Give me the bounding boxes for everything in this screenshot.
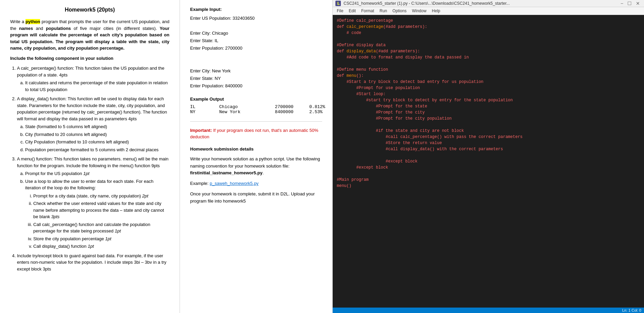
code-line-11: #Start a try block to detect bad entry f… [337,79,640,85]
input-line-2: Enter City: Chicago [190,30,322,37]
code-line-26 [337,171,640,177]
code-line-13: #Start loop: [337,91,640,97]
section-header: Include the following component in your … [10,55,169,62]
code-line-28: menu() [337,183,640,189]
code-line-8 [337,60,640,67]
req-1: A calc_percentage() function: This funct… [17,65,169,93]
code-line-18 [337,122,640,128]
code-line-25: #except block [337,164,640,171]
important-notice: Important: If your program does not run,… [190,127,322,140]
menu-help[interactable]: Help [429,8,443,14]
ide-titlebar: 🐍 CSC241_homework5_starter (1).py - C:\U… [333,0,644,7]
menu-window[interactable]: Window [409,8,429,14]
menu-run[interactable]: Run [377,8,390,14]
close-button[interactable]: ✕ [634,1,641,6]
code-line-19: #if the state and city are not block [337,128,640,134]
submission-p1: Write your homework solution as a python… [190,156,322,177]
req-3: A menu() function: This function takes n… [17,156,169,250]
code-line-1: #Define calc_percentage [337,18,640,24]
code-line-23 [337,152,640,158]
req-3a: Prompt for the US population 1pt [25,170,169,177]
code-line-14: #start try block to detect by entry for … [337,97,640,103]
req-2a: State (formatted to 5 columns left align… [25,123,169,130]
menu-file[interactable]: File [334,8,346,14]
cursor-position: Ln: 1 Col: 0 [622,308,641,312]
main-requirements-list: A calc_percentage() function: This funct… [10,65,169,272]
example-input-label: Example Input: [190,7,322,12]
req-3bv: Call display_data() function 1pt [33,243,169,250]
ide-window-controls[interactable]: − ☐ ✕ [619,1,641,6]
submission-title: Homework submission details [190,146,322,153]
code-line-7: #Add code to format and display the data… [337,54,640,60]
req-1a: It calculates and returns the percentage… [25,80,169,93]
req-3b-sub: Prompt for a city data (state, city name… [25,193,169,250]
input-line-7: Enter Population: 8400000 [190,82,322,90]
req-2c: City Population (formatted to 10 columns… [25,139,169,145]
req-2b: City (formatted to 20 columns left align… [25,131,169,138]
code-line-27: #Main program [337,177,640,183]
req-3biv: Store the city population percentage 1pt [33,236,169,242]
menu-edit[interactable]: Edit [346,8,358,14]
code-line-4 [337,36,640,42]
input-line-1: Enter US Population: 332403650 [190,15,322,22]
req-1-sub: It calculates and returns the percentage… [17,80,169,93]
ide-title: CSC241_homework5_starter (1).py - C:\Use… [344,1,617,6]
python-highlight: python [25,19,40,24]
input-line-5: Enter City: New York [190,67,322,75]
code-line-21: #Store the return value [337,140,640,146]
ide-app-icon: 🐍 [335,1,341,6]
menu-format[interactable]: Format [358,8,377,14]
example-output-label: Example Output [190,97,322,102]
req-3bii: Check whether the user entered valid val… [33,200,169,220]
maximize-button[interactable]: ☐ [626,1,633,6]
output-table: IL Chicago 2700000 0.812% NY New York 84… [190,104,322,115]
input-line-4: Enter Population: 2700000 [190,45,322,52]
code-line-16: #Prompt for the city [337,109,640,116]
code-line-22: #call display_data() with the correct pa… [337,146,640,152]
code-line-9: #Define menu function [337,67,640,73]
req-3biii: Call calc_percentage() function and calc… [33,221,169,234]
req-4: Include try/except block to guard agains… [17,253,169,273]
code-line-10: def menu(): [337,73,640,79]
input-line-3: Enter State: IL [190,37,322,45]
code-line-6: def display_data(#add parameters): [337,48,640,54]
ide-code-area[interactable]: #Define calc_percentage def calc_percent… [333,15,644,308]
menu-options[interactable]: Options [390,8,409,14]
left-panel: Homework5 (20pts) Write a python program… [0,0,180,313]
example-input-block: Example Input: Enter US Population: 3324… [190,7,322,90]
page-title: Homework5 (20pts) [10,7,169,13]
ide-statusbar: Ln: 1 Col: 0 [333,308,644,313]
example-link[interactable]: p_saweh_homework5.py [210,181,259,186]
intro-paragraph: Write a python program that prompts the … [10,18,169,52]
middle-panel: Example Input: Enter US Population: 3324… [180,0,333,313]
minimize-button[interactable]: − [619,1,625,6]
req-2d: Population percentage formatted to 5 col… [25,146,169,153]
ide-menubar: File Edit Format Run Options Window Help [333,7,644,15]
code-line-3: # code [337,30,640,36]
divider [190,121,322,122]
ide-panel: 🐍 CSC241_homework5_starter (1).py - C:\U… [333,0,644,313]
code-line-20: #call calc_percentage() with pass the co… [337,134,640,140]
code-line-17: #Prompt for the city population [337,116,640,122]
important-label: Important: [190,128,212,133]
req-3b: Use a loop to allow the user to enter da… [25,178,169,250]
submission-section: Homework submission details Write your h… [190,146,322,205]
req-3bi: Prompt for a city data (state, city name… [33,193,169,199]
code-line-24: #except block [337,158,640,164]
code-line-2: def calc_percentage(#add parameters): [337,24,640,30]
example-output-block: Example Output IL Chicago 2700000 0.812%… [190,97,322,115]
req-2-sub: State (formatted to 5 columns left align… [17,123,169,153]
req-3-sub: Prompt for the US population 1pt Use a l… [17,170,169,250]
submission-p2: Once your homework is complete, submit i… [190,191,322,205]
submission-example: Example: p_saweh_homework5.py [190,180,322,187]
code-line-12: #Prompt for use population [337,85,640,91]
input-line-6: Enter State: NY [190,75,322,82]
example-input-content: Enter US Population: 332403650 Enter Cit… [190,15,322,90]
code-line-5: #Define display data [337,42,640,48]
req-2: A display_data() function: This function… [17,95,169,153]
code-line-15: #Prompt for the state [337,103,640,109]
